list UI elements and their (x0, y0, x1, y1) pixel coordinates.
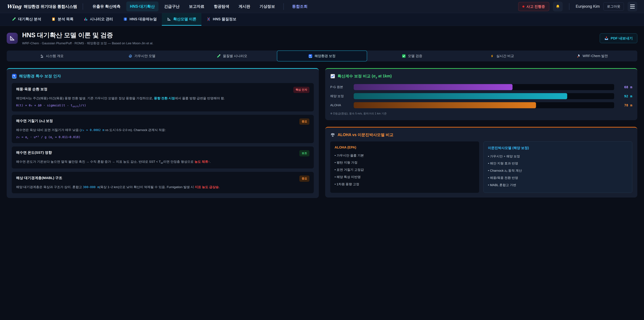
main-menu-item[interactable]: 긴급구난 (160, 2, 183, 12)
balance-scale-icon (330, 132, 335, 137)
section-tab[interactable]: 시스템 개요 (7, 51, 97, 61)
dna-icon (206, 17, 211, 21)
card-title: 해수면 거칠기 (z₀) 보정 (16, 119, 53, 123)
module-tab-label: 시나리오 관리 (90, 17, 113, 22)
chart-increasing-icon (330, 74, 335, 79)
microscope-icon (40, 54, 44, 58)
page-header: HNS 대기확산 모델 이론 및 검증 WRF-Chem · Gaussian … (0, 26, 644, 50)
bar-chart: P-G 원본 68 m 해양 보정 92 m ALOHA (330, 84, 632, 108)
model-comparison-panel: ALOHA vs 이문진박사모델 비교 ALOHA (EPA) 가우시안 플룸 … (325, 127, 637, 198)
user-name: Eunjeong Kim (576, 4, 600, 9)
section-tab[interactable]: WRF-Chem 발전 (547, 51, 637, 61)
rocket-icon (576, 54, 580, 58)
section-tab[interactable]: 물질별 시나리오 (187, 51, 277, 61)
pdf-export-button[interactable]: PDF 내보내기 (600, 33, 637, 43)
bar-row: ALOHA 78 m (330, 102, 632, 108)
section-tab[interactable]: 모델 검증 (367, 51, 457, 61)
feature-item: 1차원 풍향 고정 (334, 181, 475, 188)
cyclone-icon (128, 54, 132, 58)
module-tab[interactable]: 확산모델 이론 (162, 13, 202, 26)
priority-badge: 중요 (299, 119, 310, 125)
main-menu-item[interactable]: 항공탐색 (210, 2, 233, 12)
bar-row: P-G 원본 68 m (330, 84, 632, 90)
bar-label: P-G 원본 (330, 85, 350, 89)
card-description: 해안에서는 주간(해풍)·야간(육풍) 풍향 전환 발생. 기존 가우시안 모델… (16, 96, 310, 101)
menu-icon (630, 6, 635, 7)
bar-track (354, 102, 614, 108)
module-tab[interactable]: HNS 대응매뉴얼 (118, 13, 162, 26)
page-subtitle: WRF-Chem · Gaussian Plume/Puff · ROMS · … (22, 41, 153, 46)
feature-item: 해안 지형 효과 반영 (488, 160, 628, 167)
main-menu-item[interactable]: 보고자료 (185, 2, 208, 12)
card-header: 해풍·육풍 순환 보정 핵심 인자 (16, 87, 310, 93)
crayon-icon (12, 17, 16, 21)
main-menu-item[interactable]: 통합조회 (288, 2, 311, 12)
correction-card-list: 해풍·육풍 순환 보정 핵심 인자 해안에서는 주간(해풍)·야간(육풍) 풍향… (12, 83, 314, 193)
ruler-icon (167, 17, 171, 21)
module-tab[interactable]: 분석 목록 (46, 13, 78, 26)
card-title: 해수면 온도(SST) 영향 (16, 150, 52, 155)
incident-status-label: 사고 진행중 (526, 4, 545, 9)
feature-item: 해양 특성 미반영 (334, 173, 475, 181)
app-logo[interactable]: Wing 해양환경 위기대응 통합시스템 (7, 4, 77, 10)
section-tab[interactable]: 해양환경 보정 (277, 51, 367, 61)
bar-track (354, 93, 614, 99)
correction-factor-card: 해수면 온도(SST) 영향 보조 해수면 온도가 기온보다 높으면 열적 불안… (12, 147, 314, 168)
feature-item: 가우시안 + 해양 보정 (488, 153, 628, 160)
main-menu-item[interactable]: 기상정보 (256, 2, 279, 12)
bar-row: 해양 보정 92 m (330, 93, 632, 99)
menu-icon (630, 5, 635, 5)
bar-track (354, 84, 614, 90)
correction-factor-card: 해수면 거칠기 (z₀) 보정 중요 해수면은 육상 대비 표면 거칠기가 매우… (12, 115, 314, 143)
panel-title-text: 확산계수 보정 비교 (σy at 1km) (338, 74, 392, 79)
topnav-right: 사고 진행중 Eunjeong Kim 로그아웃 (518, 2, 637, 12)
module-tab[interactable]: 시나리오 관리 (78, 13, 118, 26)
feature-item: 평탄 지형 가정 (334, 159, 475, 166)
status-dot-icon (522, 6, 524, 8)
bar-label: 해양 보정 (330, 94, 350, 98)
inbox-tray-icon (604, 36, 608, 41)
bar-chart-icon (84, 17, 88, 21)
section-tab-label: 가우시안 모델 (134, 54, 156, 58)
logout-button[interactable]: 로그아웃 (604, 2, 624, 11)
bar-label: ALOHA (330, 103, 350, 107)
correction-factor-card: 해상 대기경계층(MABL) 구조 중요 해양 대기경계층은 육상과 구조가 상… (12, 172, 314, 193)
correction-factor-card: 해풍·육풍 순환 보정 핵심 인자 해안에서는 주간(해풍)·야간(육풍) 풍향… (12, 83, 314, 111)
section-tab-label: 물질별 시나리오 (223, 54, 247, 58)
main-menu-item[interactable]: 게시판 (235, 2, 254, 12)
module-tab-label: 분석 목록 (58, 17, 74, 22)
module-tab[interactable]: 대기확산 분석 (7, 13, 46, 26)
card-header: 해상 대기경계층(MABL) 구조 중요 (16, 176, 310, 182)
module-tab[interactable]: HNS 물질정보 (202, 13, 242, 26)
section-tab-label: 시스템 개요 (46, 54, 64, 58)
main-menu: 유출유 확산예측HNS·대기확산긴급구난보고자료항공탐색게시판기상정보통합조회 (89, 2, 311, 12)
triangle-ruler-icon (7, 33, 18, 44)
section-tab-label: 모델 검증 (408, 54, 422, 58)
card-header: 해수면 거칠기 (z₀) 보정 중요 (16, 119, 310, 125)
section-tab-bar: 시스템 개요 가우시안 모델 물질별 시나리오 해양환경 보정 모델 검증 실시… (7, 51, 637, 61)
right-column: 확산계수 보정 비교 (σy at 1km) P-G 원본 68 m 해양 보정 (325, 68, 637, 197)
correction-factors-panel: 해양환경 특수 보정 인자 해풍·육풍 순환 보정 핵심 인자 해안에서는 주간… (7, 68, 319, 198)
bar-fill (354, 102, 536, 108)
top-navigation: Wing 해양환경 위기대응 통합시스템 유출유 확산예측HNS·대기확산긴급구… (0, 0, 644, 13)
marine-model-box-title: 이문진박사모델 (해양 보정) (488, 146, 628, 150)
notifications-button[interactable] (553, 2, 563, 12)
correction-factors-title: 해양환경 특수 보정 인자 (12, 74, 314, 79)
feature-item: 해풍/육풍 전환 반영 (488, 174, 628, 182)
priority-badge: 보조 (299, 150, 310, 156)
card-title: 해풍·육풍 순환 보정 (16, 87, 48, 92)
menu-icon (630, 8, 635, 9)
main-menu-item[interactable]: 유출유 확산예측 (89, 2, 124, 12)
main-menu-item[interactable]: HNS·대기확산 (126, 2, 158, 12)
aloha-feature-list: 가우시안 플룸 기본평탄 지형 가정표면 거칠기 고정값해양 특성 미반영1차원… (334, 152, 475, 188)
dispersion-coefficient-title: 확산계수 보정 비교 (σy at 1km) (330, 74, 632, 79)
priority-badge: 핵심 인자 (293, 87, 310, 93)
clipboard-icon (51, 17, 56, 21)
bell-icon (556, 4, 560, 9)
dispersion-coefficient-panel: 확산계수 보정 비교 (σy at 1km) P-G 원본 68 m 해양 보정 (325, 68, 637, 120)
page-header-text: HNS 대기확산 모델 이론 및 검증 WRF-Chem · Gaussian … (22, 31, 153, 46)
section-tab[interactable]: 가우시안 모델 (97, 51, 187, 61)
priority-badge: 중요 (299, 176, 310, 182)
hamburger-menu-button[interactable] (628, 2, 637, 12)
section-tab[interactable]: 실시간 비교 (457, 51, 547, 61)
